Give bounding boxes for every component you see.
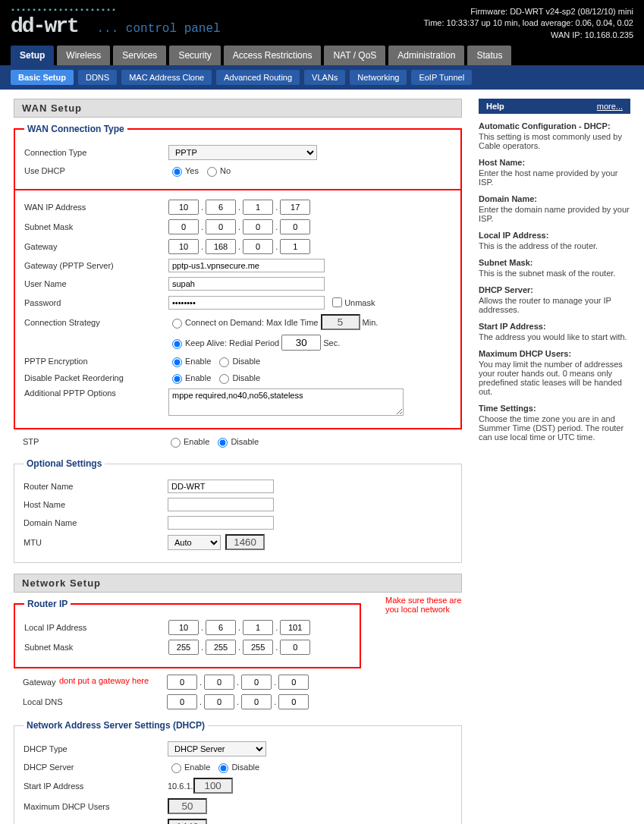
subtab-basic-setup[interactable]: Basic Setup	[11, 70, 74, 85]
unmask-checkbox[interactable]	[332, 297, 342, 307]
help-heading: Maximum DHCP Users:	[479, 349, 630, 358]
control-panel-label: ... control panel	[96, 22, 220, 36]
router-name-input[interactable]	[168, 480, 274, 493]
dhcp-type-select[interactable]: DHCP Server	[168, 741, 266, 756]
mtu-value-input[interactable]	[225, 534, 265, 550]
tab-status[interactable]: Status	[467, 46, 511, 65]
dhcp-disable-radio[interactable]	[218, 763, 228, 773]
help-text: This is the subnet mask of the router.	[479, 269, 630, 278]
host-name-input[interactable]	[168, 498, 274, 511]
help-heading: Host Name:	[479, 158, 630, 167]
subtab-mac-address-clone[interactable]: MAC Address Clone	[121, 70, 212, 85]
idle-time-input[interactable]	[321, 314, 360, 330]
dhcp-max-input[interactable]	[168, 798, 207, 814]
tab-administration[interactable]: Administration	[388, 46, 464, 65]
keep-alive-radio[interactable]	[172, 339, 182, 349]
domain-name-input[interactable]	[168, 516, 274, 530]
dpr-disable-radio[interactable]	[219, 374, 229, 384]
subnet-mask-input[interactable]: ...	[168, 219, 310, 234]
help-heading: Local IP Address:	[479, 231, 630, 240]
connection-type-select[interactable]: PPTP	[168, 145, 317, 160]
time-label: Time: 10:33:37 up 10 min, load average: …	[423, 17, 633, 29]
wan-connection-legend: WAN Connection Type	[24, 124, 127, 134]
help-heading: Domain Name:	[479, 194, 630, 203]
tab-security[interactable]: Security	[169, 46, 220, 65]
subtab-vlans[interactable]: VLANs	[304, 70, 345, 85]
use-dhcp-yes-radio[interactable]	[172, 167, 182, 177]
help-header: Helpmore...	[479, 99, 630, 114]
help-text: Enter the host name provided by your ISP…	[479, 168, 630, 187]
help-heading: Start IP Address:	[479, 322, 630, 331]
redial-period-input[interactable]	[281, 335, 321, 351]
firmware-label: Firmware: DD-WRT v24-sp2 (08/12/10) mini	[423, 6, 633, 17]
gateway-input[interactable]: ...	[168, 239, 310, 254]
header-meta: Firmware: DD-WRT v24-sp2 (08/12/10) mini…	[423, 6, 633, 41]
optional-settings-fieldset: Optional Settings Router Name Host Name …	[14, 458, 462, 563]
stp-disable-radio[interactable]	[218, 438, 228, 448]
help-text: You may limit the number of addresses yo…	[479, 360, 630, 396]
connection-type-label: Connection Type	[24, 148, 168, 157]
username-input[interactable]	[168, 277, 325, 291]
annotation-no-gateway: dont put a gateway here	[59, 676, 158, 685]
help-more-link[interactable]: more...	[597, 102, 623, 111]
subtab-advanced-routing[interactable]: Advanced Routing	[216, 70, 300, 85]
tab-access-restrictions[interactable]: Access Restrictions	[224, 46, 322, 65]
tab-setup[interactable]: Setup	[11, 46, 54, 65]
net-gateway-input[interactable]: ...	[167, 675, 309, 690]
dpr-enable-radio[interactable]	[172, 374, 182, 384]
mtu-mode-select[interactable]: Auto	[168, 535, 221, 550]
dhcp-start-input[interactable]	[193, 778, 233, 794]
tab-nat-qos[interactable]: NAT / QoS	[324, 46, 385, 65]
password-input[interactable]	[168, 296, 325, 310]
additional-pptp-textarea[interactable]: mppe required,no40,no56,stateless	[168, 388, 404, 416]
help-heading: Time Settings:	[479, 404, 630, 413]
tab-services[interactable]: Services	[113, 46, 166, 65]
local-ip-input[interactable]: ...	[168, 620, 310, 635]
dhcp-lease-input[interactable]	[168, 819, 207, 824]
pptp-enc-disable-radio[interactable]	[219, 357, 229, 367]
local-subnet-input[interactable]: ...	[168, 640, 310, 655]
network-setup-header: Network Setup	[14, 574, 462, 593]
subtab-networking[interactable]: Networking	[350, 70, 407, 85]
help-text: This setting is most commonly used by Ca…	[479, 132, 630, 150]
help-heading: DHCP Server:	[479, 285, 630, 294]
use-dhcp-no-radio[interactable]	[207, 167, 217, 177]
wan-ip-label: WAN IP: 10.168.0.235	[423, 30, 633, 41]
pptp-enc-enable-radio[interactable]	[172, 357, 182, 367]
help-heading: Subnet Mask:	[479, 258, 630, 267]
help-text: Allows the router to manage your IP addr…	[479, 296, 630, 314]
dhcp-enable-radio[interactable]	[171, 763, 181, 773]
dhcp-fieldset: Network Address Server Settings (DHCP) D…	[14, 720, 462, 824]
use-dhcp-label: Use DHCP	[24, 166, 168, 175]
wan-setup-header: WAN Setup	[14, 99, 462, 118]
wan-connection-fieldset: WAN Connection Type Connection Type PPTP…	[14, 124, 462, 190]
logo: ▪▪▪▪▪▪▪▪▪▪▪▪▪▪▪▪▪▪▪▪ dd-wrt ... control …	[11, 6, 221, 38]
stp-enable-radio[interactable]	[171, 438, 181, 448]
annotation-local-network: Make sure these are you local network	[385, 596, 462, 614]
help-text: This is the address of the router.	[479, 241, 630, 250]
help-text: Choose the time zone you are in and Summ…	[479, 414, 630, 442]
wan-details-fieldset: WAN IP Address ... Subnet Mask ... Gatew…	[14, 189, 462, 429]
tab-wireless[interactable]: Wireless	[57, 46, 110, 65]
help-text: The address you would like to start with…	[479, 332, 630, 341]
help-heading: Automatic Configuration - DHCP:	[479, 121, 630, 131]
local-dns-input[interactable]: ...	[167, 694, 309, 709]
connect-on-demand-radio[interactable]	[172, 319, 182, 329]
pptp-server-input[interactable]	[168, 259, 325, 272]
subtab-ddns[interactable]: DDNS	[78, 70, 117, 85]
subtab-eoip-tunnel[interactable]: EoIP Tunnel	[411, 70, 472, 85]
router-ip-fieldset: Router IP Local IP Address ... Subnet Ma…	[14, 599, 361, 668]
help-text: Enter the domain name provided by your I…	[479, 205, 630, 223]
wan-ip-input[interactable]: ...	[168, 200, 310, 215]
